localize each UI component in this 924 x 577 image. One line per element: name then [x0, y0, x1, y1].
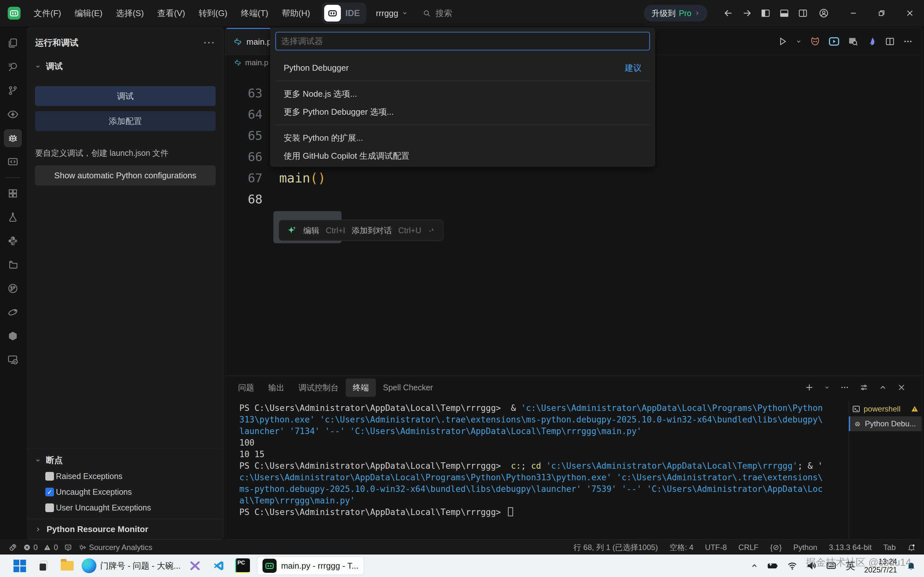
jupyter-icon[interactable]: [4, 303, 22, 321]
explorer-icon[interactable]: [4, 34, 22, 52]
editor-more-icon[interactable]: [903, 37, 913, 46]
picker-item-copilot-config[interactable]: 使用 GitHub Copilot 生成调试配置: [275, 147, 650, 165]
run-dropdown-icon[interactable]: [796, 39, 802, 44]
monitor-icon[interactable]: [64, 543, 72, 551]
tab-spell-checker[interactable]: Spell Checker: [376, 379, 440, 396]
sidebar-more-icon[interactable]: ···: [204, 37, 216, 48]
ime-keyboard-icon[interactable]: [826, 560, 837, 571]
project-manager-icon[interactable]: [4, 279, 22, 298]
language-mode-icon[interactable]: {⊘}: [770, 543, 782, 552]
folders-icon[interactable]: [4, 256, 22, 274]
picker-item-more-python[interactable]: 更多 Python Debugger 选项...: [275, 103, 650, 121]
menu-item-6[interactable]: 帮助(H): [275, 0, 317, 26]
ai-chat-label[interactable]: 添加到对话: [351, 225, 392, 236]
menu-item-4[interactable]: 转到(G): [192, 0, 234, 26]
nav-forward-button[interactable]: [738, 8, 756, 18]
file-explorer-button[interactable]: [58, 556, 76, 575]
ai-edit-label[interactable]: 编辑: [303, 225, 319, 236]
breakpoint-checkbox-1[interactable]: ✓: [45, 488, 54, 496]
picker-item-more-node[interactable]: 更多 Node.js 选项...: [275, 85, 650, 103]
menu-item-3[interactable]: 查看(V): [151, 0, 192, 26]
terminal-output[interactable]: PS C:\Users\Administrator\AppData\Local\…: [239, 402, 847, 538]
menu-item-5[interactable]: 终端(T): [234, 0, 275, 26]
encoding[interactable]: UTF-8: [705, 543, 727, 552]
extensions-icon[interactable]: [4, 184, 22, 202]
start-button[interactable]: [10, 556, 29, 575]
warnings-indicator[interactable]: 0: [43, 543, 58, 552]
pycharm-button[interactable]: PC: [233, 556, 252, 575]
battery-icon[interactable]: [767, 560, 778, 571]
vscode-button[interactable]: [209, 556, 228, 575]
account-icon[interactable]: [814, 8, 834, 18]
show-auto-config-button[interactable]: Show automatic Python configurations: [35, 166, 216, 185]
notifications-bell-icon[interactable]: [907, 543, 916, 551]
upgrade-pro-button[interactable]: 升级到 Pro: [644, 5, 707, 21]
close-button[interactable]: [896, 0, 924, 26]
toggle-left-sidebar-icon[interactable]: [756, 8, 775, 18]
testing-flask-icon[interactable]: [4, 208, 22, 226]
inline-ai-hint[interactable]: 编辑 Ctrl+I 添加到对话 Ctrl+U: [278, 220, 443, 241]
collapse-corner-icon[interactable]: [428, 227, 435, 234]
ide-mode-badge[interactable]: IDE: [322, 3, 366, 24]
tab-debug-console[interactable]: 调试控制台: [291, 379, 346, 397]
minimize-button[interactable]: [839, 0, 868, 26]
video-run-icon[interactable]: [829, 36, 840, 47]
terminal-instance-python-debug[interactable]: Python Debu...: [849, 416, 922, 431]
panel-close-icon[interactable]: [897, 383, 906, 392]
tab-terminal[interactable]: 终端: [346, 379, 376, 397]
errors-indicator[interactable]: 0: [23, 543, 38, 552]
add-config-button[interactable]: 添加配置: [35, 111, 216, 131]
tray-expand-icon[interactable]: [750, 562, 758, 570]
wolf-extension-icon[interactable]: [866, 36, 877, 47]
eol-sequence[interactable]: CRLF: [738, 543, 758, 552]
breakpoints-section-header[interactable]: 断点: [27, 449, 223, 468]
breakpoint-checkbox-2[interactable]: [45, 503, 54, 512]
menu-item-0[interactable]: 文件(F): [27, 0, 68, 26]
language-mode[interactable]: Python: [793, 543, 817, 552]
breakpoint-checkbox-0[interactable]: [45, 472, 54, 480]
debug-section-header[interactable]: 调试: [35, 61, 216, 72]
panel-filter-icon[interactable]: [860, 383, 868, 392]
tab-problems[interactable]: 问题: [231, 379, 261, 397]
nav-back-button[interactable]: [719, 8, 738, 18]
terminal-instance-powershell[interactable]: powershell: [849, 401, 922, 416]
run-debug-icon[interactable]: [4, 129, 22, 147]
wifi-icon[interactable]: [787, 561, 797, 571]
ai-preview-icon[interactable]: [4, 105, 22, 123]
search-panel-icon[interactable]: [4, 58, 22, 76]
clock[interactable]: 13:24 2025/7/21: [864, 558, 897, 574]
sourcery-indicator[interactable]: Sourcery Analytics: [78, 543, 152, 552]
python-interpreter[interactable]: 3.13.3 64-bit: [829, 543, 872, 552]
terminal-dropdown-icon[interactable]: [824, 385, 830, 390]
debug-button[interactable]: 调试: [35, 86, 216, 106]
cat-extension-icon[interactable]: [810, 36, 820, 47]
package-hexagon-icon[interactable]: [4, 327, 22, 345]
global-search[interactable]: 搜索: [422, 8, 452, 19]
debugger-picker-input[interactable]: 选择调试器: [275, 32, 650, 50]
ime-language-indicator[interactable]: 英: [846, 559, 855, 572]
edge-window-button[interactable]: 门牌号 - 问题 - 大碗...: [82, 558, 180, 573]
python-icon[interactable]: [4, 232, 22, 250]
indent-type[interactable]: Tab: [883, 543, 896, 552]
visual-studio-button[interactable]: [186, 556, 204, 575]
task-view-button[interactable]: [34, 556, 53, 575]
remote-code-icon[interactable]: [4, 153, 22, 171]
tab-output[interactable]: 输出: [261, 379, 291, 397]
preview-icon[interactable]: [848, 36, 858, 47]
picker-item-install-python-ext[interactable]: 安装 Python 的扩展...: [275, 129, 650, 147]
remote-explorer-icon[interactable]: [4, 351, 22, 369]
cursor-position[interactable]: 行 68, 列 1 (已选择1005): [573, 542, 658, 553]
picker-item-python-debugger[interactable]: Python Debugger 建议: [275, 59, 650, 77]
run-button[interactable]: [778, 37, 787, 46]
taskbar-bell-icon[interactable]: [906, 561, 916, 571]
toggle-bottom-panel-icon[interactable]: [775, 8, 794, 18]
panel-more-icon[interactable]: [840, 383, 849, 392]
python-resource-monitor-section[interactable]: Python Resource Monitor: [27, 519, 223, 537]
restore-button[interactable]: [868, 0, 896, 26]
menu-item-2[interactable]: 选择(S): [109, 0, 151, 26]
indentation-spaces[interactable]: 空格: 4: [670, 542, 694, 553]
source-control-icon[interactable]: [4, 82, 22, 100]
active-window-trae[interactable]: main.py - rrrggg - T...: [257, 556, 364, 575]
split-editor-icon[interactable]: [885, 37, 895, 46]
toggle-right-sidebar-icon[interactable]: [794, 8, 812, 18]
